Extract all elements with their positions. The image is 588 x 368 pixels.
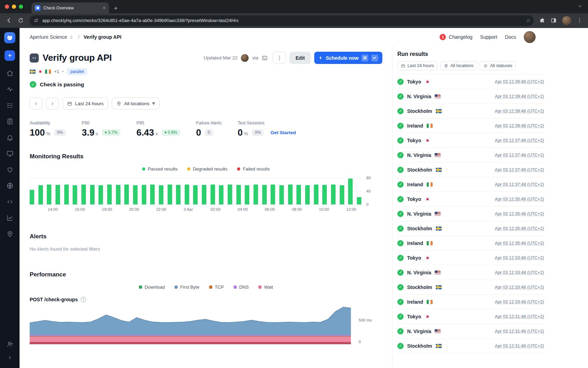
tab-close-icon[interactable]: ×: [103, 5, 105, 10]
create-button[interactable]: +: [5, 50, 15, 61]
invite-user-button[interactable]: [0, 337, 20, 351]
result-bar[interactable]: [296, 185, 301, 204]
result-bar[interactable]: [202, 185, 206, 204]
result-bar[interactable]: [322, 185, 327, 204]
sidebar-item-analytics[interactable]: [0, 210, 20, 226]
sidebar-item-groups[interactable]: [0, 113, 20, 129]
sidebar-item-dashboards[interactable]: [0, 145, 20, 161]
run-timestamp-link[interactable]: Apr 03 12:37:48 (UTC+2): [495, 182, 544, 187]
browser-profile-avatar[interactable]: [562, 16, 571, 25]
support-link[interactable]: Support: [480, 34, 497, 40]
run-timestamp-link[interactable]: Apr 03 12:33:48 (UTC+2): [495, 285, 544, 290]
docs-link[interactable]: Docs: [505, 34, 516, 40]
sidebar-item-private-locations[interactable]: [0, 178, 20, 194]
result-bar[interactable]: [150, 185, 155, 204]
sidebar-item-health[interactable]: [0, 161, 20, 178]
run-result-row[interactable]: ✓ Tokyo Apr 03 12:37:48 (UTC+2): [397, 133, 544, 148]
result-bar[interactable]: [211, 185, 215, 204]
refresh-button[interactable]: [18, 17, 24, 23]
result-bar[interactable]: [279, 185, 284, 204]
result-bar[interactable]: [98, 185, 103, 204]
result-bar[interactable]: [64, 185, 69, 204]
user-avatar[interactable]: [524, 31, 536, 43]
run-result-row[interactable]: ✓ N. Virginia Apr 03 12:31:48 (UTC+2): [397, 324, 544, 339]
run-timestamp-link[interactable]: Apr 03 12:37:48 (UTC+2): [495, 153, 544, 158]
run-result-row[interactable]: ✓ Stockholm Apr 03 12:31:48 (UTC+2): [397, 339, 544, 353]
result-bar[interactable]: [253, 185, 258, 204]
result-bar[interactable]: [314, 185, 318, 204]
browser-tab[interactable]: Check Overview ×: [31, 2, 109, 13]
run-result-row[interactable]: ✓ N. Virginia Apr 03 12:39:48 (UTC+2): [397, 89, 544, 104]
run-result-row[interactable]: ✓ Ireland Apr 03 12:37:48 (UTC+2): [397, 177, 544, 192]
result-bar[interactable]: [219, 185, 223, 204]
result-bar[interactable]: [193, 185, 198, 204]
result-bar[interactable]: [168, 185, 172, 204]
run-timestamp-link[interactable]: Apr 03 12:35:48 (UTC+2): [495, 241, 544, 246]
run-timestamp-link[interactable]: Apr 03 12:31:48 (UTC+2): [495, 344, 544, 348]
runs-time-range-chip[interactable]: Last 24 hours: [397, 61, 438, 70]
result-bar[interactable]: [236, 185, 241, 204]
account-switcher-icon[interactable]: [69, 35, 74, 39]
result-bar[interactable]: [142, 185, 146, 204]
new-tab-button[interactable]: +: [114, 5, 118, 12]
prev-window-button[interactable]: ‹: [30, 98, 43, 109]
result-bar[interactable]: [133, 185, 138, 204]
run-result-row[interactable]: ✓ Stockholm Apr 03 12:39:48 (UTC+2): [397, 104, 544, 118]
run-timestamp-link[interactable]: Apr 03 12:39:48 (UTC+2): [495, 109, 544, 114]
changelog-link[interactable]: 1 Changelog: [440, 34, 472, 40]
result-bar[interactable]: [124, 185, 129, 204]
result-bar[interactable]: [331, 185, 336, 204]
run-result-row[interactable]: ✓ Ireland Apr 03 12:33:48 (UTC+2): [397, 295, 544, 309]
run-result-row[interactable]: ✓ Tokyo Apr 03 12:35:49 (UTC+2): [397, 192, 544, 207]
result-bar[interactable]: [107, 185, 112, 204]
run-timestamp-link[interactable]: Apr 03 12:37:48 (UTC+2): [495, 167, 544, 172]
run-timestamp-link[interactable]: Apr 03 12:39:48 (UTC+2): [495, 79, 544, 84]
result-bar[interactable]: [245, 185, 249, 204]
result-bar[interactable]: [159, 185, 163, 204]
extensions-icon[interactable]: [539, 17, 545, 23]
run-result-row[interactable]: ✓ N. Virginia Apr 03 12:37:48 (UTC+2): [397, 148, 544, 163]
result-bar[interactable]: [116, 185, 120, 204]
run-timestamp-link[interactable]: Apr 03 12:33:48 (UTC+2): [495, 270, 544, 275]
more-options-button[interactable]: ⋮: [273, 52, 286, 64]
result-bar[interactable]: [305, 185, 310, 204]
url-text[interactable]: app.checklyhq.com/checks/3264c851-e5ae-4…: [42, 18, 523, 23]
result-bar[interactable]: [288, 185, 293, 204]
address-bar[interactable]: app.checklyhq.com/checks/3264c851-e5ae-4…: [29, 15, 534, 26]
run-result-row[interactable]: ✓ Ireland Apr 03 12:35:48 (UTC+2): [397, 236, 544, 251]
close-window-button[interactable]: [5, 5, 9, 9]
run-result-row[interactable]: ✓ Tokyo Apr 03 12:39:48 (UTC+2): [397, 74, 544, 89]
result-bar[interactable]: [81, 185, 86, 204]
result-bar[interactable]: [90, 185, 95, 204]
locations-select[interactable]: All locations ▾: [112, 98, 160, 109]
result-bar[interactable]: [56, 185, 60, 204]
runs-locations-chip[interactable]: All locations: [440, 61, 477, 70]
get-started-link[interactable]: Get Started: [271, 130, 296, 135]
result-bar[interactable]: [357, 197, 361, 204]
browser-menu-icon[interactable]: ⋮: [577, 17, 582, 24]
back-button[interactable]: [6, 17, 12, 24]
tab-search-chevron-icon[interactable]: [578, 3, 582, 10]
run-result-row[interactable]: ✓ N. Virginia Apr 03 12:35:48 (UTC+2): [397, 207, 544, 221]
zoom-window-button[interactable]: [19, 5, 23, 9]
run-timestamp-link[interactable]: Apr 03 12:37:48 (UTC+2): [495, 138, 544, 143]
edit-button[interactable]: Edit: [289, 52, 310, 64]
result-bar[interactable]: [38, 185, 43, 204]
run-timestamp-link[interactable]: Apr 03 12:39:48 (UTC+2): [495, 94, 544, 99]
run-timestamp-link[interactable]: Apr 03 12:33:48 (UTC+2): [495, 255, 544, 260]
run-result-row[interactable]: ✓ N. Virginia Apr 03 12:33:48 (UTC+2): [397, 265, 544, 280]
schedule-now-button[interactable]: Schedule now ⌘ ↵: [314, 52, 382, 64]
sidebar-item-monitoring[interactable]: [0, 81, 20, 97]
run-result-row[interactable]: ✓ Tokyo Apr 03 12:31:48 (UTC+2): [397, 309, 544, 324]
time-range-select[interactable]: Last 24 hours: [63, 98, 108, 109]
run-timestamp-link[interactable]: Apr 03 12:35:48 (UTC+2): [495, 226, 544, 231]
result-bar[interactable]: [185, 185, 189, 204]
run-result-row[interactable]: ✓ Ireland Apr 03 12:39:48 (UTC+2): [397, 118, 544, 133]
result-bar[interactable]: [47, 185, 51, 204]
run-timestamp-link[interactable]: Apr 03 12:35:48 (UTC+2): [495, 211, 544, 216]
run-result-row[interactable]: ✓ Stockholm Apr 03 12:35:48 (UTC+2): [397, 221, 544, 236]
result-bar[interactable]: [262, 185, 267, 204]
result-bar[interactable]: [228, 185, 232, 204]
run-timestamp-link[interactable]: Apr 03 12:33:48 (UTC+2): [495, 300, 544, 304]
run-timestamp-link[interactable]: Apr 03 12:31:48 (UTC+2): [495, 314, 544, 319]
